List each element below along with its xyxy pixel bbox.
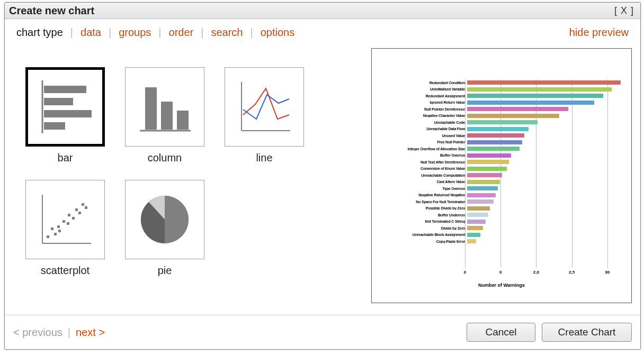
chart-type-gallery: bar column: [23, 48, 371, 303]
tab-data[interactable]: data: [78, 25, 103, 40]
preview-bar: [467, 180, 500, 184]
preview-category-label: Unreachable Block Assignment: [383, 233, 467, 236]
preview-bar-row: Buffer Overrun: [383, 152, 621, 159]
preview-bar: [467, 94, 603, 98]
preview-bar: [467, 107, 568, 111]
preview-category-label: Unreachable Data Flow: [383, 127, 467, 131]
preview-bar-row: Unreachable Block Assignment: [383, 232, 621, 238]
chart-type-column[interactable]: column: [122, 67, 207, 164]
tab-separator: |: [153, 26, 166, 39]
cancel-button[interactable]: Cancel: [467, 323, 535, 342]
preview-bar-row: Unreachable Data Flow: [383, 126, 621, 132]
preview-bar-row: Redundant Condition: [383, 79, 621, 86]
preview-bar-row: Type Overrun: [383, 185, 621, 192]
svg-rect-22: [75, 208, 78, 211]
previous-link: < previous: [13, 326, 62, 339]
chart-type-label: column: [148, 152, 182, 164]
preview-bar-row: Null Pointer Dereference: [383, 106, 621, 112]
tab-separator: |: [103, 26, 117, 39]
tab-groups[interactable]: groups: [117, 25, 153, 40]
hide-preview-link[interactable]: hide preview: [569, 26, 631, 39]
preview-bar: [467, 167, 507, 171]
preview-category-label: Redundant Condition: [383, 81, 467, 85]
preview-x-tick: 2,5: [569, 270, 575, 275]
preview-bar-row: Copy-Paste Error: [383, 238, 621, 244]
preview-bar: [467, 147, 520, 151]
chart-type-bar[interactable]: bar: [23, 67, 108, 164]
create-chart-button[interactable]: Create Chart: [542, 323, 632, 342]
preview-bar-row: Integer Overflow of Allocation Size: [383, 145, 621, 152]
svg-rect-24: [82, 203, 84, 206]
svg-rect-18: [62, 220, 65, 223]
preview-category-label: Unreachable Code: [383, 121, 467, 124]
preview-category-label: Copy-Paste Error: [383, 240, 467, 243]
preview-bar-row: Free Null Pointer: [383, 139, 621, 145]
preview-category-label: Possible Divide by Zero: [383, 206, 467, 210]
preview-category-label: Divide by Zero: [383, 226, 467, 230]
column-chart-icon: [125, 67, 204, 147]
preview-bar-row: Conversion of Enum Value: [383, 166, 621, 172]
bar-chart-icon: [25, 67, 105, 147]
chart-type-scatterplot[interactable]: scatterplot: [23, 180, 108, 277]
preview-x-axis-label: Number of Warnings: [372, 283, 631, 288]
preview-category-label: Unreachable Computation: [383, 174, 467, 177]
preview-bar: [467, 173, 502, 177]
preview-bar: [467, 206, 490, 211]
svg-rect-6: [145, 87, 157, 130]
tab-order[interactable]: order: [167, 25, 196, 40]
preview-bar: [467, 186, 498, 190]
preview-category-label: Negative Character Value: [383, 114, 467, 117]
preview-bar: [467, 239, 476, 243]
preview-category-label: No Space For Null Terminator: [383, 200, 467, 204]
preview-bar-row: Cast Alters Value: [383, 179, 621, 185]
svg-rect-2: [44, 98, 73, 105]
preview-bar-row: Buffer Underrun: [383, 212, 621, 218]
next-link[interactable]: next >: [76, 326, 105, 339]
preview-category-label: Unused Value: [383, 134, 467, 138]
svg-rect-3: [44, 110, 92, 117]
dialog-titlebar: Create new chart [ X ]: [5, 3, 640, 19]
chart-type-label: bar: [58, 152, 73, 164]
preview-bar-row: Negative Returned Negative: [383, 192, 621, 198]
chart-type-label: pie: [158, 265, 172, 277]
preview-x-tick: 0: [464, 270, 466, 275]
preview-bar: [467, 80, 621, 85]
preview-category-label: Buffer Overrun: [383, 153, 467, 157]
close-button[interactable]: [ X ]: [612, 5, 636, 16]
preview-category-label: Not Terminated C String: [383, 220, 467, 223]
tab-chart-type[interactable]: chart type: [14, 25, 65, 40]
preview-bar: [467, 127, 529, 131]
wizard-footer: < previous | next > Cancel Create Chart: [5, 315, 640, 349]
preview-bar-row: Possible Divide by Zero: [383, 205, 621, 212]
preview-bar: [467, 133, 524, 138]
preview-category-label: Null Test After Dereference: [383, 160, 467, 164]
tab-options[interactable]: options: [258, 25, 297, 40]
preview-bar: [467, 87, 612, 92]
svg-rect-4: [44, 122, 65, 130]
tab-separator: |: [245, 26, 258, 39]
wizard-tabs: chart type | data | groups | order | sea…: [5, 19, 640, 43]
chart-type-pie[interactable]: pie: [122, 180, 207, 277]
preview-bar-row: Unreachable Code: [383, 119, 621, 125]
preview-category-label: Negative Returned Negative: [383, 193, 467, 197]
preview-bar-row: Divide by Zero: [383, 225, 621, 231]
preview-bar: [467, 193, 496, 197]
preview-bar-row: No Space For Null Terminator: [383, 198, 621, 205]
preview-bar: [467, 153, 511, 158]
svg-rect-17: [58, 230, 61, 232]
scatterplot-icon: [25, 180, 105, 259]
preview-bar: [467, 233, 480, 237]
preview-category-label: Integer Overflow of Allocation Size: [383, 147, 467, 151]
svg-rect-21: [72, 217, 75, 220]
chart-type-line[interactable]: line: [222, 67, 307, 164]
svg-rect-7: [161, 102, 173, 130]
preview-category-label: Redundant Assignment: [383, 94, 467, 98]
preview-bar-row: Ignored Return Value: [383, 99, 621, 106]
preview-category-label: Free Null Pointer: [383, 140, 467, 144]
preview-bar-row: Uninitialised Variable: [383, 86, 621, 93]
svg-rect-8: [177, 111, 189, 130]
svg-rect-13: [47, 235, 49, 238]
tab-search[interactable]: search: [209, 25, 245, 40]
preview-category-label: Null Pointer Dereference: [383, 107, 467, 111]
svg-rect-15: [54, 233, 57, 235]
